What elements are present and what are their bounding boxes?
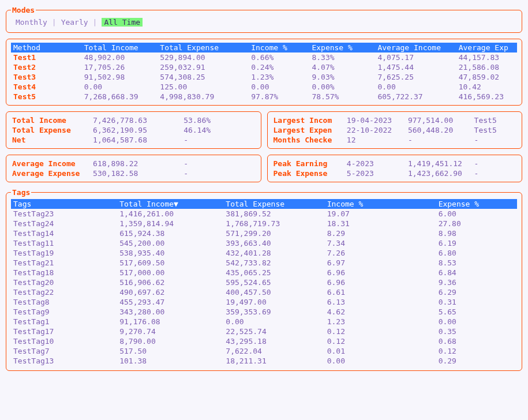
kv-label: Peak Expense xyxy=(272,168,346,178)
table-row[interactable]: TestTag18517,000.00435,065.256.966.84 xyxy=(11,268,517,278)
kv-label: Largest Expen xyxy=(272,125,346,135)
mode-tab-yearly[interactable]: Yearly xyxy=(57,18,93,27)
col-tags-income-pct[interactable]: Income % xyxy=(325,199,436,209)
kv-row: Total Income7,426,778.6353.86% xyxy=(11,115,256,125)
col-income-pct[interactable]: Income % xyxy=(249,43,309,52)
cell: 517.50 xyxy=(117,346,223,356)
cell: 517,000.00 xyxy=(117,268,223,278)
table-row[interactable]: TestTag19538,935.40432,401.287.266.80 xyxy=(11,248,517,258)
cell: 125.00 xyxy=(158,82,249,92)
kv-label: Total Income xyxy=(11,115,92,125)
kv-row: Largest Incom19-04-2023977,514.00Test5 xyxy=(272,115,518,125)
modes-legend: Modes xyxy=(11,6,36,14)
cell: 0.00 xyxy=(249,82,309,92)
cell: 0.29 xyxy=(436,356,517,366)
kv-value: - xyxy=(473,159,517,168)
kv-label: Net xyxy=(11,135,92,145)
cell: 6.96 xyxy=(325,268,436,278)
table-row[interactable]: TestTag231,416,261.00381,869.5219.076.00 xyxy=(11,209,517,219)
table-row[interactable]: Test40.00125.000.000.00%0.0010.42 xyxy=(11,82,517,92)
col-total-expense[interactable]: Total Expense xyxy=(158,43,249,52)
kv-value: 53.86% xyxy=(182,115,256,125)
kv-label: Largest Incom xyxy=(272,115,346,125)
cell: 538,935.40 xyxy=(117,248,223,258)
table-row[interactable]: Test148,902.00529,894.000.66%8.33%4,075.… xyxy=(11,52,517,62)
table-row[interactable]: Test217,705.26259,032.910.24%4.07%1,475.… xyxy=(11,62,517,72)
tags-header-row[interactable]: Tags Total Income▼ Total Expense Income … xyxy=(11,199,517,209)
table-row[interactable]: TestTag191,176.080.001.230.00 xyxy=(11,317,517,327)
table-row[interactable]: TestTag22490,697.62400,457.506.616.29 xyxy=(11,287,517,297)
cell: 10.42 xyxy=(456,82,517,92)
avg-left-table: Average Income618,898.22-Average Expense… xyxy=(11,159,256,178)
cell: 0.12 xyxy=(436,346,517,356)
col-tags[interactable]: Tags xyxy=(11,199,117,209)
col-expense-pct[interactable]: Expense % xyxy=(309,43,375,52)
cell: 48,902.00 xyxy=(82,52,158,62)
table-row[interactable]: Test391,502.98574,308.251.23%9.03%7,625.… xyxy=(11,72,517,82)
cell: 343,280.00 xyxy=(117,307,223,317)
cell: 27.80 xyxy=(436,219,517,228)
row-label: TestTag8 xyxy=(11,297,117,307)
cell: 1.23 xyxy=(325,317,436,327)
cell: 571,299.20 xyxy=(223,228,324,238)
col-total-income[interactable]: Total Income xyxy=(82,43,158,52)
cell: 0.00 xyxy=(375,82,456,92)
table-row[interactable]: TestTag241,359,814.941,768,719.7318.3127… xyxy=(11,219,517,228)
table-row[interactable]: TestTag11545,200.00393,663.407.346.19 xyxy=(11,238,517,248)
table-row[interactable]: TestTag108,790.0043,295.180.120.68 xyxy=(11,336,517,346)
table-row[interactable]: Test57,268,668.394,998,830.7997.87%78.57… xyxy=(11,92,517,102)
table-row[interactable]: TestTag8455,293.4719,497.006.130.31 xyxy=(11,297,517,307)
col-method[interactable]: Method xyxy=(11,43,82,52)
cell: 0.00% xyxy=(309,82,375,92)
table-row[interactable]: TestTag9343,280.00359,353.694.625.65 xyxy=(11,307,517,317)
cell: 529,894.00 xyxy=(158,52,249,62)
row-label: TestTag1 xyxy=(11,317,117,327)
cell: 0.00 xyxy=(325,356,436,366)
kv-value: 12 xyxy=(346,135,407,145)
kv-row: Largest Expen22-10-2022560,448.20Test5 xyxy=(272,125,518,135)
cell: 1,475.44 xyxy=(375,62,456,72)
row-label: TestTag14 xyxy=(11,228,117,238)
kv-value: Test5 xyxy=(473,115,517,125)
table-row[interactable]: TestTag20516,906.62595,524.656.969.36 xyxy=(11,278,517,287)
cell: 517,609.50 xyxy=(117,258,223,268)
cell: 43,295.18 xyxy=(223,336,324,346)
col-avg-income[interactable]: Average Income xyxy=(375,43,456,52)
cell: 7,625.25 xyxy=(375,72,456,82)
cell: 7,622.04 xyxy=(223,346,324,356)
cell: 19,497.00 xyxy=(223,297,324,307)
table-row[interactable]: TestTag179,270.7422,525.740.120.35 xyxy=(11,327,517,336)
cell: 259,032.91 xyxy=(158,62,249,72)
kv-value: - xyxy=(407,135,473,145)
row-label: TestTag10 xyxy=(11,336,117,346)
cell: 91,502.98 xyxy=(82,72,158,82)
cell: 0.68 xyxy=(436,336,517,346)
cell: 1,359,814.94 xyxy=(117,219,223,228)
avg-right-table: Peak Earning4-20231,419,451.12-Peak Expe… xyxy=(272,159,518,178)
cell: 490,697.62 xyxy=(117,287,223,297)
cell: 44,157.83 xyxy=(456,52,517,62)
cell: 8.33% xyxy=(309,52,375,62)
kv-row: Net1,064,587.68- xyxy=(11,135,256,145)
table-row[interactable]: TestTag21517,609.50542,733.826.978.53 xyxy=(11,258,517,268)
col-tags-total-expense[interactable]: Total Expense xyxy=(223,199,324,209)
col-avg-expense[interactable]: Average Exp xyxy=(456,43,517,52)
kv-value: 560,448.20 xyxy=(407,125,473,135)
col-tags-total-income[interactable]: Total Income▼ xyxy=(117,199,223,209)
col-tags-expense-pct[interactable]: Expense % xyxy=(436,199,517,209)
kv-row: Months Checke12-- xyxy=(272,135,518,145)
cell: 19.07 xyxy=(325,209,436,219)
table-row[interactable]: TestTag13101.3818,211.310.000.29 xyxy=(11,356,517,366)
table-row[interactable]: TestTag7517.507,622.040.010.12 xyxy=(11,346,517,356)
mode-tab-all-time[interactable]: All Time xyxy=(97,18,147,27)
methods-header-row[interactable]: Method Total Income Total Expense Income… xyxy=(11,43,517,52)
cell: 400,457.50 xyxy=(223,287,324,297)
mode-tab-monthly[interactable]: Monthly xyxy=(11,18,52,27)
row-label: TestTag21 xyxy=(11,258,117,268)
table-row[interactable]: TestTag14615,924.38571,299.208.298.98 xyxy=(11,228,517,238)
tags-table: Tags Total Income▼ Total Expense Income … xyxy=(11,199,517,366)
cell: 8.98 xyxy=(436,228,517,238)
kv-value: 1,064,587.68 xyxy=(92,135,182,145)
cell: 381,869.52 xyxy=(223,209,324,219)
cell: 0.00 xyxy=(82,82,158,92)
